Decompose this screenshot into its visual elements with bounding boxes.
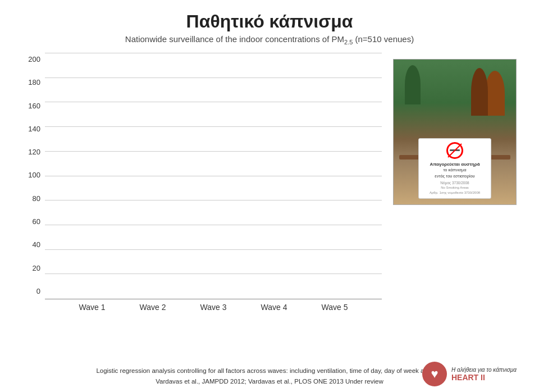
y-axis-label: 100 — [28, 171, 40, 179]
grid-and-bars — [45, 53, 382, 299]
footer-line1: Logistic regression analysis controlling… — [96, 366, 442, 376]
heart-ii-logo: ♥ Η αλήθεια για το κάπνισμα HEART II — [422, 362, 517, 386]
x-axis-label: Wave 3 — [191, 303, 236, 312]
x-labels: Wave 1Wave 2Wave 3Wave 4Wave 5 — [45, 299, 382, 312]
restaurant-photo: Απαγορεύεται αυστηρά το κάπνισμα εντός τ… — [393, 59, 517, 205]
footer-section: Logistic regression analysis controlling… — [22, 366, 517, 386]
y-axis: 200180160140120100806040200 — [22, 53, 45, 312]
y-axis-label: 120 — [28, 148, 40, 156]
x-axis-label: Wave 2 — [130, 303, 175, 312]
y-axis-label: 0 — [36, 288, 40, 295]
y-axis-label: 180 — [28, 79, 40, 86]
chart-plot: Wave 1Wave 2Wave 3Wave 4Wave 5 — [45, 53, 382, 312]
y-axis-label: 60 — [33, 218, 40, 225]
title-greek: Παθητικό κάπνισμα — [186, 11, 353, 32]
bars-container — [45, 53, 382, 299]
y-axis-label: 160 — [28, 102, 40, 110]
y-axis-label: 140 — [28, 125, 40, 133]
y-axis-label: 20 — [33, 265, 40, 272]
x-axis-label: Wave 1 — [70, 303, 115, 312]
x-axis-label: Wave 5 — [312, 303, 357, 312]
heart-circle: ♥ — [422, 362, 447, 386]
footer-line2: Vardavas et al., JAMPDD 2012; Vardavas e… — [156, 376, 383, 386]
subtitle: Nationwide surveillance of the indoor co… — [125, 34, 414, 45]
logo-heart-ii-text: HEART II — [451, 373, 517, 382]
no-smoking-sign: Απαγορεύεται αυστηρά το κάπνισμα εντός τ… — [418, 138, 491, 199]
y-axis-label: 80 — [33, 195, 40, 202]
x-axis-label: Wave 4 — [252, 303, 296, 312]
logo-greek-text: Η αλήθεια για το κάπνισμα — [451, 367, 517, 373]
y-axis-label: 40 — [33, 241, 40, 248]
chart-area: 200180160140120100806040200 Wave 1Wave 2… — [22, 53, 382, 312]
heart-icon: ♥ — [431, 368, 438, 380]
y-axis-label: 200 — [28, 56, 40, 63]
